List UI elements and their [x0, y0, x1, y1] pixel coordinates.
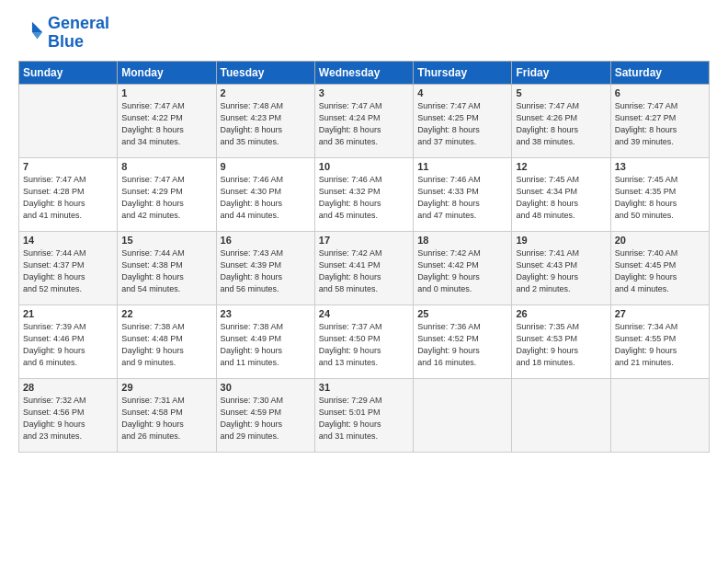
- day-number: 26: [516, 308, 606, 319]
- day-content: Sunrise: 7:47 AM Sunset: 4:28 PM Dayligh…: [23, 174, 113, 222]
- weekday-header: Wednesday: [314, 61, 413, 84]
- calendar-cell: 17Sunrise: 7:42 AM Sunset: 4:41 PM Dayli…: [314, 231, 413, 304]
- weekday-header: Monday: [118, 61, 216, 84]
- day-number: 15: [121, 235, 211, 246]
- day-content: Sunrise: 7:47 AM Sunset: 4:22 PM Dayligh…: [121, 100, 211, 148]
- calendar-cell: 8Sunrise: 7:47 AM Sunset: 4:29 PM Daylig…: [118, 157, 216, 231]
- weekday-header: Sunday: [19, 61, 118, 84]
- day-number: 9: [221, 161, 311, 172]
- calendar-cell: 23Sunrise: 7:38 AM Sunset: 4:49 PM Dayli…: [216, 304, 314, 378]
- day-content: Sunrise: 7:47 AM Sunset: 4:27 PM Dayligh…: [615, 100, 705, 148]
- calendar-cell: 6Sunrise: 7:47 AM Sunset: 4:27 PM Daylig…: [610, 84, 709, 157]
- day-number: 29: [121, 382, 211, 393]
- day-number: 3: [319, 87, 409, 98]
- day-content: Sunrise: 7:35 AM Sunset: 4:53 PM Dayligh…: [516, 321, 606, 369]
- calendar-cell: 16Sunrise: 7:43 AM Sunset: 4:39 PM Dayli…: [216, 231, 314, 304]
- day-content: Sunrise: 7:45 AM Sunset: 4:35 PM Dayligh…: [615, 174, 705, 222]
- svg-marker-0: [32, 22, 42, 32]
- calendar-week-row: 21Sunrise: 7:39 AM Sunset: 4:46 PM Dayli…: [19, 304, 710, 378]
- day-number: 17: [319, 235, 409, 246]
- day-number: 25: [417, 308, 507, 319]
- day-content: Sunrise: 7:43 AM Sunset: 4:39 PM Dayligh…: [221, 247, 311, 295]
- day-content: Sunrise: 7:30 AM Sunset: 4:59 PM Dayligh…: [221, 395, 311, 442]
- day-content: Sunrise: 7:44 AM Sunset: 4:37 PM Dayligh…: [23, 247, 113, 295]
- calendar-cell: [19, 84, 118, 157]
- day-content: Sunrise: 7:46 AM Sunset: 4:32 PM Dayligh…: [319, 174, 409, 222]
- day-number: 7: [23, 161, 113, 172]
- logo: General Blue: [18, 15, 109, 52]
- day-number: 11: [417, 161, 507, 172]
- day-content: Sunrise: 7:47 AM Sunset: 4:25 PM Dayligh…: [417, 100, 507, 148]
- day-number: 10: [319, 161, 409, 172]
- calendar-cell: 21Sunrise: 7:39 AM Sunset: 4:46 PM Dayli…: [19, 304, 118, 378]
- day-number: 23: [221, 308, 311, 319]
- day-number: 19: [516, 235, 606, 246]
- day-number: 22: [121, 308, 211, 319]
- calendar-cell: 22Sunrise: 7:38 AM Sunset: 4:48 PM Dayli…: [118, 304, 216, 378]
- calendar-cell: 12Sunrise: 7:45 AM Sunset: 4:34 PM Dayli…: [512, 157, 610, 231]
- day-number: 18: [417, 235, 507, 246]
- day-number: 8: [121, 161, 211, 172]
- day-number: 13: [615, 161, 705, 172]
- day-content: Sunrise: 7:42 AM Sunset: 4:41 PM Dayligh…: [319, 247, 409, 295]
- calendar-cell: 31Sunrise: 7:29 AM Sunset: 5:01 PM Dayli…: [314, 378, 413, 452]
- calendar-cell: 5Sunrise: 7:47 AM Sunset: 4:26 PM Daylig…: [512, 84, 610, 157]
- day-content: Sunrise: 7:47 AM Sunset: 4:26 PM Dayligh…: [516, 100, 606, 148]
- day-number: 4: [417, 87, 507, 98]
- day-content: Sunrise: 7:31 AM Sunset: 4:58 PM Dayligh…: [121, 395, 211, 442]
- calendar-cell: 25Sunrise: 7:36 AM Sunset: 4:52 PM Dayli…: [414, 304, 512, 378]
- calendar-cell: 15Sunrise: 7:44 AM Sunset: 4:38 PM Dayli…: [118, 231, 216, 304]
- calendar-cell: 20Sunrise: 7:40 AM Sunset: 4:45 PM Dayli…: [610, 231, 709, 304]
- calendar-week-row: 14Sunrise: 7:44 AM Sunset: 4:37 PM Dayli…: [19, 231, 710, 304]
- calendar-body: 1Sunrise: 7:47 AM Sunset: 4:22 PM Daylig…: [19, 84, 710, 452]
- calendar-cell: [414, 378, 512, 452]
- day-content: Sunrise: 7:44 AM Sunset: 4:38 PM Dayligh…: [121, 247, 211, 295]
- calendar-cell: 3Sunrise: 7:47 AM Sunset: 4:24 PM Daylig…: [314, 84, 413, 157]
- calendar-cell: 29Sunrise: 7:31 AM Sunset: 4:58 PM Dayli…: [118, 378, 216, 452]
- day-content: Sunrise: 7:36 AM Sunset: 4:52 PM Dayligh…: [417, 321, 507, 369]
- day-content: Sunrise: 7:39 AM Sunset: 4:46 PM Dayligh…: [23, 321, 113, 369]
- calendar-cell: 18Sunrise: 7:42 AM Sunset: 4:42 PM Dayli…: [414, 231, 512, 304]
- day-number: 5: [516, 87, 606, 98]
- svg-marker-1: [32, 32, 42, 39]
- calendar-cell: 28Sunrise: 7:32 AM Sunset: 4:56 PM Dayli…: [19, 378, 118, 452]
- day-number: 1: [121, 87, 211, 98]
- calendar-cell: 9Sunrise: 7:46 AM Sunset: 4:30 PM Daylig…: [216, 157, 314, 231]
- day-content: Sunrise: 7:41 AM Sunset: 4:43 PM Dayligh…: [516, 247, 606, 295]
- day-content: Sunrise: 7:48 AM Sunset: 4:23 PM Dayligh…: [221, 100, 311, 148]
- calendar-cell: 11Sunrise: 7:46 AM Sunset: 4:33 PM Dayli…: [414, 157, 512, 231]
- calendar-cell: 10Sunrise: 7:46 AM Sunset: 4:32 PM Dayli…: [314, 157, 413, 231]
- day-number: 6: [615, 87, 705, 98]
- weekday-header: Tuesday: [216, 61, 314, 84]
- calendar-cell: 7Sunrise: 7:47 AM Sunset: 4:28 PM Daylig…: [19, 157, 118, 231]
- calendar-cell: [610, 378, 709, 452]
- day-number: 30: [221, 382, 311, 393]
- day-content: Sunrise: 7:32 AM Sunset: 4:56 PM Dayligh…: [23, 395, 113, 442]
- day-number: 16: [221, 235, 311, 246]
- weekday-header: Saturday: [610, 61, 709, 84]
- day-content: Sunrise: 7:45 AM Sunset: 4:34 PM Dayligh…: [516, 174, 606, 222]
- day-content: Sunrise: 7:34 AM Sunset: 4:55 PM Dayligh…: [615, 321, 705, 369]
- day-content: Sunrise: 7:47 AM Sunset: 4:24 PM Dayligh…: [319, 100, 409, 148]
- day-number: 27: [615, 308, 705, 319]
- logo-icon: [18, 20, 44, 46]
- day-content: Sunrise: 7:40 AM Sunset: 4:45 PM Dayligh…: [615, 247, 705, 295]
- weekday-header: Friday: [512, 61, 610, 84]
- day-content: Sunrise: 7:42 AM Sunset: 4:42 PM Dayligh…: [417, 247, 507, 295]
- calendar-cell: 13Sunrise: 7:45 AM Sunset: 4:35 PM Dayli…: [610, 157, 709, 231]
- day-content: Sunrise: 7:47 AM Sunset: 4:29 PM Dayligh…: [121, 174, 211, 222]
- page: General Blue SundayMondayTuesdayWednesda…: [0, 0, 728, 563]
- header: General Blue: [18, 15, 710, 52]
- calendar-cell: 14Sunrise: 7:44 AM Sunset: 4:37 PM Dayli…: [19, 231, 118, 304]
- day-content: Sunrise: 7:38 AM Sunset: 4:48 PM Dayligh…: [121, 321, 211, 369]
- calendar-cell: 2Sunrise: 7:48 AM Sunset: 4:23 PM Daylig…: [216, 84, 314, 157]
- calendar-cell: 24Sunrise: 7:37 AM Sunset: 4:50 PM Dayli…: [314, 304, 413, 378]
- day-number: 24: [319, 308, 409, 319]
- weekday-header: Thursday: [414, 61, 512, 84]
- calendar-week-row: 1Sunrise: 7:47 AM Sunset: 4:22 PM Daylig…: [19, 84, 710, 157]
- calendar-cell: 4Sunrise: 7:47 AM Sunset: 4:25 PM Daylig…: [414, 84, 512, 157]
- calendar-week-row: 7Sunrise: 7:47 AM Sunset: 4:28 PM Daylig…: [19, 157, 710, 231]
- calendar-cell: 19Sunrise: 7:41 AM Sunset: 4:43 PM Dayli…: [512, 231, 610, 304]
- calendar-cell: 30Sunrise: 7:30 AM Sunset: 4:59 PM Dayli…: [216, 378, 314, 452]
- day-content: Sunrise: 7:38 AM Sunset: 4:49 PM Dayligh…: [221, 321, 311, 369]
